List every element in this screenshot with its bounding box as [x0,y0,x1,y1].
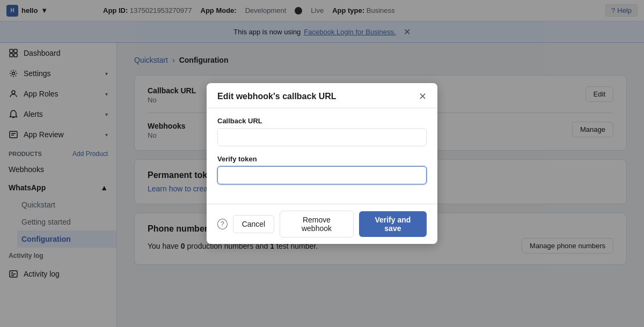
callback-url-input[interactable] [217,128,427,146]
modal-footer: ? Cancel Remove webhook Verify and save [207,204,437,244]
remove-webhook-button[interactable]: Remove webhook [280,211,354,237]
modal-header: Edit webhook's callback URL ✕ [207,83,437,108]
cancel-button[interactable]: Cancel [233,215,275,233]
verify-token-field: Verify token [217,155,427,184]
modal-body: Callback URL Verify token [207,108,437,204]
modal-title: Edit webhook's callback URL [217,92,336,101]
webhook-modal: Edit webhook's callback URL ✕ Callback U… [207,83,437,244]
modal-close-button[interactable]: ✕ [419,92,427,101]
callback-url-field: Callback URL [217,117,427,146]
verify-token-input[interactable] [217,166,427,184]
modal-help-icon[interactable]: ? [217,219,228,229]
callback-url-modal-label: Callback URL [217,117,427,125]
verify-and-save-button[interactable]: Verify and save [359,211,427,237]
modal-overlay[interactable]: Edit webhook's callback URL ✕ Callback U… [0,0,644,327]
verify-token-modal-label: Verify token [217,155,427,163]
